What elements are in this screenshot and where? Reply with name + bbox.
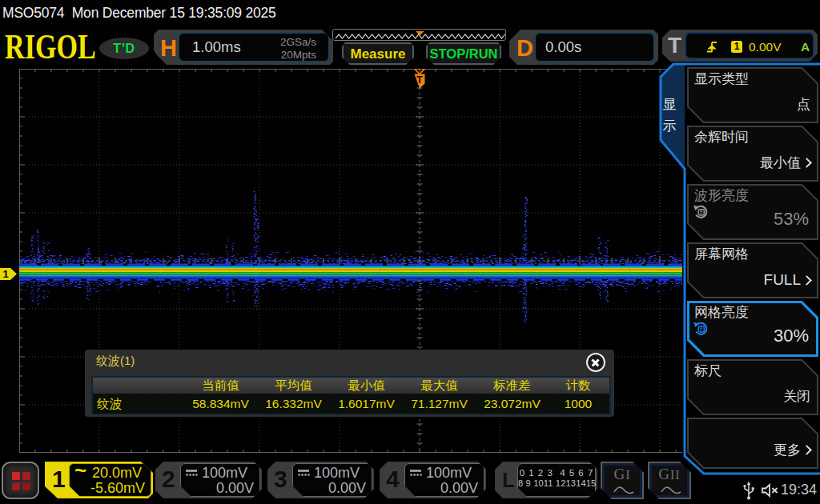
svg-text:T: T bbox=[416, 74, 423, 86]
svg-text:示: 示 bbox=[663, 118, 677, 134]
svg-text:显: 显 bbox=[663, 97, 677, 112]
